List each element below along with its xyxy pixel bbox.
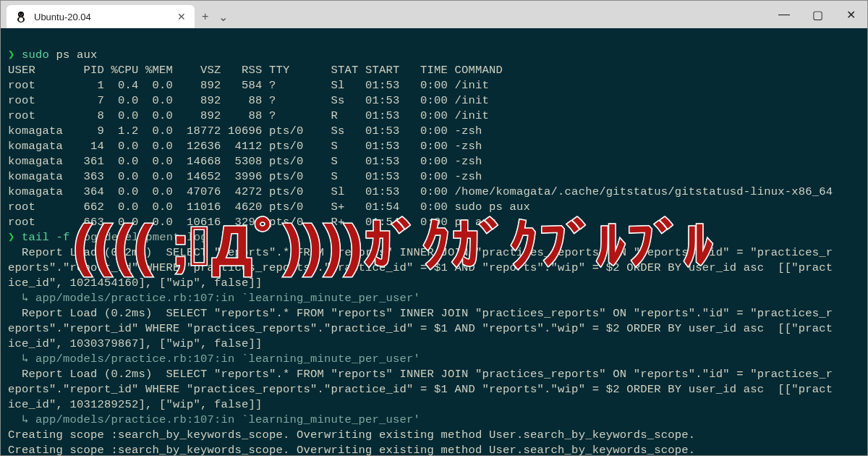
terminal-window: Ubuntu-20.04 ✕ + ⌄ — ▢ ✕ ❯ sudo ps aux U… bbox=[0, 0, 868, 456]
log-line: ice_id", 1030379867], ["wip", false]] bbox=[8, 337, 263, 350]
log-line: ↳ app/models/practice.rb:107:in `learnin… bbox=[8, 413, 420, 426]
ps-row: root 662 0.0 0.0 11016 4620 pts/0 S+ 01:… bbox=[8, 200, 530, 214]
ps-row: komagata 363 0.0 0.0 14652 3996 pts/0 S … bbox=[8, 170, 482, 183]
tab-title: Ubuntu-20.04 bbox=[34, 12, 91, 22]
ps-row: root 7 0.0 0.0 892 88 ? Ss 01:53 0:00 /i… bbox=[8, 94, 489, 107]
log-line: ice_id", 1031289252], ["wip", false]] bbox=[8, 398, 263, 411]
window-controls: — ▢ ✕ bbox=[767, 1, 867, 28]
svg-point-2 bbox=[19, 17, 23, 22]
terminal-body[interactable]: ❯ sudo ps aux USER PID %CPU %MEM VSZ RSS… bbox=[1, 28, 867, 455]
command-sudo: sudo bbox=[22, 48, 49, 62]
log-line: Creating scope :search_by_keywords_scope… bbox=[8, 428, 695, 442]
tab-dropdown-icon[interactable]: ⌄ bbox=[218, 10, 228, 24]
log-path: log/development.log bbox=[77, 231, 208, 244]
ps-row: komagata 14 0.0 0.0 12636 4112 pts/0 S 0… bbox=[8, 140, 482, 153]
ps-row: root 8 0.0 0.0 892 88 ? R 01:53 0:00 /in… bbox=[8, 109, 489, 122]
ps-row: komagata 9 1.2 0.0 18772 10696 pts/0 Ss … bbox=[8, 124, 482, 138]
ps-row: root 663 0.0 0.0 10616 3292 pts/0 R+ 01:… bbox=[8, 216, 496, 229]
prompt-symbol: ❯ bbox=[8, 48, 15, 62]
log-line: ↳ app/models/practice.rb:107:in `learnin… bbox=[8, 352, 420, 366]
ps-row: root 1 0.4 0.0 892 584 ? Sl 01:53 0:00 /… bbox=[8, 79, 489, 92]
log-line: Report Load (0.2ms) SELECT "reports".* F… bbox=[8, 368, 833, 381]
svg-point-3 bbox=[20, 14, 20, 14]
new-tab-button[interactable]: + bbox=[202, 10, 208, 23]
tab-close-icon[interactable]: ✕ bbox=[177, 11, 186, 22]
log-line: Report Load (0.2ms) SELECT "reports".* F… bbox=[8, 307, 833, 320]
maximize-button[interactable]: ▢ bbox=[801, 1, 834, 28]
ps-row: komagata 364 0.0 0.0 47076 4272 pts/0 Sl… bbox=[8, 185, 833, 198]
command-args: ps aux bbox=[56, 48, 98, 62]
minimize-button[interactable]: — bbox=[767, 1, 801, 28]
tux-icon bbox=[15, 11, 27, 22]
tab-ubuntu[interactable]: Ubuntu-20.04 ✕ bbox=[7, 5, 195, 28]
log-line: Creating scope :search_by_keywords_scope… bbox=[8, 444, 695, 455]
log-line: eports"."report_id" WHERE "practices_rep… bbox=[8, 322, 833, 335]
command-flag: -f bbox=[56, 231, 70, 244]
titlebar: Ubuntu-20.04 ✕ + ⌄ — ▢ ✕ bbox=[1, 1, 867, 28]
prompt-symbol: ❯ bbox=[8, 231, 15, 244]
close-button[interactable]: ✕ bbox=[834, 1, 867, 28]
log-line: eports"."report_id" WHERE "practices_rep… bbox=[8, 261, 833, 274]
log-line: ↳ app/models/practice.rb:107:in `learnin… bbox=[8, 292, 420, 305]
ps-header: USER PID %CPU %MEM VSZ RSS TTY STAT STAR… bbox=[8, 64, 503, 77]
tab-actions: + ⌄ bbox=[195, 5, 228, 28]
log-line: ice_id", 1021454160], ["wip", false]] bbox=[8, 276, 263, 290]
log-line: eports"."report_id" WHERE "practices_rep… bbox=[8, 383, 833, 396]
command-tail: tail bbox=[22, 231, 49, 244]
svg-point-4 bbox=[22, 14, 22, 14]
log-line: Report Load (0.2ms) SELECT "reports".* F… bbox=[8, 246, 833, 259]
ps-row: komagata 361 0.0 0.0 14668 5308 pts/0 S … bbox=[8, 155, 482, 168]
